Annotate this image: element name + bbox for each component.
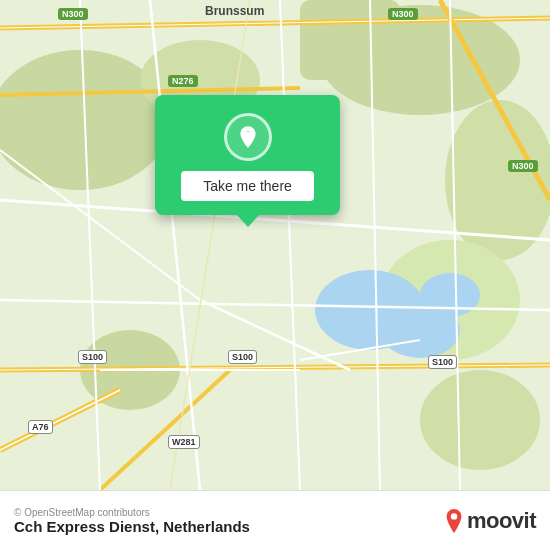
city-label: Brunssum bbox=[205, 4, 264, 18]
location-icon-circle bbox=[224, 113, 272, 161]
svg-point-7 bbox=[420, 370, 540, 470]
road-badge-n276: N276 bbox=[168, 75, 198, 87]
moovit-pin-icon bbox=[444, 509, 464, 533]
location-pin-icon bbox=[235, 124, 261, 150]
moovit-logo: moovit bbox=[444, 508, 536, 534]
location-separator: , bbox=[155, 518, 163, 535]
bottom-left-info: © OpenStreetMap contributors Cch Express… bbox=[14, 507, 250, 535]
road-badge-n300-3: N300 bbox=[508, 160, 538, 172]
attribution-text: © OpenStreetMap contributors bbox=[14, 507, 250, 518]
map-svg bbox=[0, 0, 550, 490]
road-badge-n300-1: N300 bbox=[58, 8, 88, 20]
popup-card: Take me there bbox=[155, 95, 340, 215]
road-badge-n300-2: N300 bbox=[388, 8, 418, 20]
svg-point-34 bbox=[451, 513, 457, 519]
road-badge-w281: W281 bbox=[168, 435, 200, 449]
road-badge-s100-2: S100 bbox=[228, 350, 257, 364]
road-badge-a76: A76 bbox=[28, 420, 53, 434]
road-badge-s100-1: S100 bbox=[78, 350, 107, 364]
bottom-bar: © OpenStreetMap contributors Cch Express… bbox=[0, 490, 550, 550]
road-badge-s100-3: S100 bbox=[428, 355, 457, 369]
map-container: Brunssum N300 N300 N300 N276 S100 S100 S… bbox=[0, 0, 550, 490]
svg-rect-8 bbox=[300, 0, 400, 80]
moovit-brand-text: moovit bbox=[467, 508, 536, 534]
location-title: Cch Express Dienst, Netherlands bbox=[14, 518, 250, 535]
take-me-there-button[interactable]: Take me there bbox=[181, 171, 314, 201]
svg-point-11 bbox=[420, 273, 480, 317]
